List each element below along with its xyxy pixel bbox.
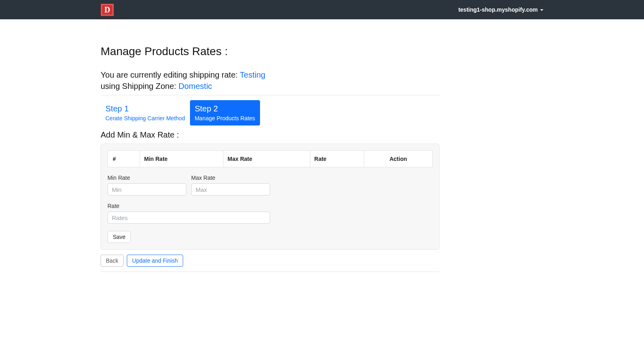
step-1[interactable]: Step 1 Cerate Shipping Carrier Method xyxy=(101,100,190,125)
col-index: # xyxy=(108,151,140,167)
rate-row: Rate xyxy=(107,203,433,224)
step-1-title: Step 1 xyxy=(105,104,185,113)
save-button[interactable]: Save xyxy=(107,231,131,243)
footer-actions: Back Update and Finish xyxy=(101,255,440,267)
context-block: You are currently editing shipping rate:… xyxy=(101,69,440,92)
rates-table: # Min Rate Max Rate Rate Action xyxy=(107,150,433,167)
footer-divider xyxy=(101,272,440,272)
max-rate-input[interactable] xyxy=(191,183,270,195)
editing-rate-prefix: You are currently editing shipping rate: xyxy=(101,70,240,79)
rate-input[interactable] xyxy=(107,212,270,224)
col-min-rate: Min Rate xyxy=(140,151,223,167)
max-rate-label: Max Rate xyxy=(191,175,270,181)
shop-domain-label: testing1-shop.myshopify.com xyxy=(458,6,538,13)
step-2[interactable]: Step 2 Manage Products Rates xyxy=(190,100,260,125)
caret-down-icon xyxy=(540,9,543,11)
rates-table-header-row: # Min Rate Max Rate Rate Action xyxy=(108,151,433,167)
update-finish-button[interactable]: Update and Finish xyxy=(127,255,183,267)
min-rate-input[interactable] xyxy=(107,183,186,195)
min-max-row: Min Rate Max Rate xyxy=(107,175,433,195)
brand-logo[interactable]: D xyxy=(101,4,114,16)
rates-panel: # Min Rate Max Rate Rate Action Min Rate… xyxy=(101,144,440,250)
min-rate-group: Min Rate xyxy=(107,175,186,195)
rate-label: Rate xyxy=(107,203,270,209)
shop-dropdown[interactable]: testing1-shop.myshopify.com xyxy=(458,6,543,13)
rate-link[interactable]: Testing xyxy=(240,70,265,79)
divider xyxy=(101,95,440,95)
page-title: Manage Products Rates : xyxy=(101,45,440,58)
step-1-sub: Cerate Shipping Carrier Method xyxy=(105,115,185,121)
main-container: Manage Products Rates : You are currentl… xyxy=(101,45,440,288)
col-rate: Rate xyxy=(310,151,364,167)
navbar-inner: D testing1-shop.myshopify.com xyxy=(0,4,644,16)
top-navbar: D testing1-shop.myshopify.com xyxy=(0,0,644,19)
rate-group: Rate xyxy=(107,203,270,224)
min-rate-label: Min Rate xyxy=(107,175,186,181)
save-row: Save xyxy=(107,231,433,243)
col-action: Action xyxy=(364,151,433,167)
step-2-sub: Manage Products Rates xyxy=(195,115,255,121)
brand-logo-letter: D xyxy=(104,5,110,14)
max-rate-group: Max Rate xyxy=(191,175,270,195)
section-title: Add Min & Max Rate : xyxy=(101,130,440,140)
zone-link[interactable]: Domestic xyxy=(178,82,212,90)
zone-prefix: using Shipping Zone: xyxy=(101,82,178,90)
col-max-rate: Max Rate xyxy=(223,151,310,167)
step-2-title: Step 2 xyxy=(195,104,255,113)
back-button[interactable]: Back xyxy=(101,255,124,267)
steps-nav: Step 1 Cerate Shipping Carrier Method St… xyxy=(101,100,440,125)
